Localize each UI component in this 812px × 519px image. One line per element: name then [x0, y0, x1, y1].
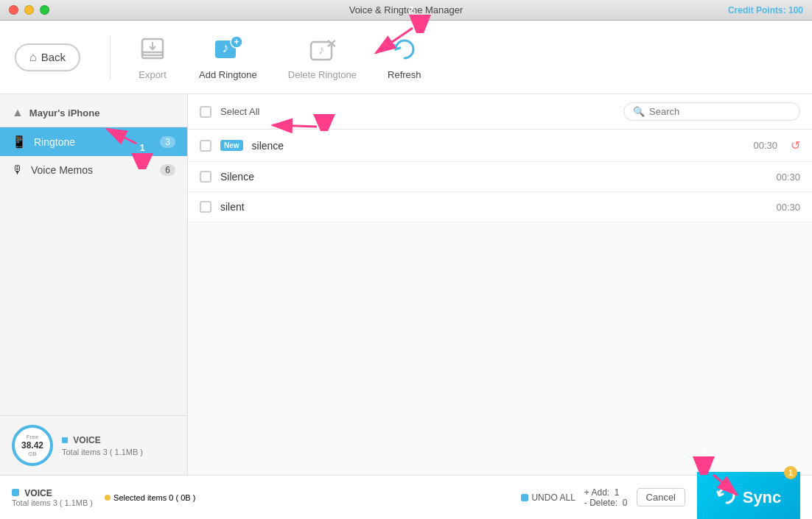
device-header: ▲ Mayur's iPhone [0, 94, 187, 127]
selected-dot-icon [105, 495, 111, 501]
ringtone-icon: 📱 [12, 135, 27, 149]
add-delete-info: + Add: 1 - Delete: 0 [584, 487, 628, 508]
maximize-button[interactable] [40, 5, 49, 15]
credit-points: Credit Points: 100 [728, 5, 803, 15]
titlebar: Voice & Ringtone Manager Credit Points: … [0, 0, 812, 21]
search-box: 🔍 [623, 102, 800, 121]
delete-ringtone-icon: ♪ [307, 34, 337, 65]
sync-button[interactable]: 1 Sync [697, 472, 800, 520]
list-item: Silence 00:30 [188, 162, 812, 192]
export-icon [137, 34, 168, 65]
voice-square-icon [12, 489, 19, 496]
storage-bottom-info: VOICE Total items 3 ( 1.1MB ) [12, 488, 93, 507]
main-panel: Select All 🔍 New silence 00:30 ↺ [188, 94, 812, 475]
sidebar-item-ringtone[interactable]: 📱 Ringtone 3 [0, 127, 187, 156]
device-name: Mayur's iPhone [29, 107, 100, 119]
select-all-label[interactable]: Select All [220, 106, 259, 117]
svg-text:♪: ♪ [318, 43, 324, 56]
back-icon: ⌂ [29, 51, 37, 64]
undo-all-button[interactable]: UNDO ALL [521, 492, 575, 503]
sidebar: ▲ Mayur's iPhone 📱 Ringtone 3 🎙 Voice Me… [0, 94, 188, 475]
refresh-icon [389, 34, 420, 65]
item-checkbox-1[interactable] [200, 171, 211, 183]
list-content: New silence 00:30 ↺ Silence 00:30 silent… [188, 130, 812, 475]
svg-text:♪: ♪ [223, 40, 229, 55]
app-body: ⌂ Back Export ♪ + [0, 21, 812, 519]
item-checkbox-2[interactable] [200, 201, 211, 213]
search-icon: 🔍 [633, 106, 645, 117]
sidebar-item-voice-memos[interactable]: 🎙 Voice Memos 6 [0, 156, 187, 184]
toolbar-divider [110, 35, 111, 80]
device-icon: ▲ [12, 106, 24, 119]
list-item: New silence 00:30 ↺ [188, 130, 812, 162]
cancel-button[interactable]: Cancel [637, 488, 685, 506]
bottom-bar: VOICE Total items 3 ( 1.1MB ) Selected i… [0, 475, 812, 519]
list-item: silent 00:30 [188, 192, 812, 222]
item-checkbox-0[interactable] [200, 140, 211, 152]
sync-badge: 1 [784, 466, 797, 479]
back-button[interactable]: ⌂ Back [15, 43, 80, 71]
toolbar: ⌂ Back Export ♪ + [0, 21, 812, 94]
minimize-button[interactable] [24, 5, 34, 15]
content-area: ▲ Mayur's iPhone 📱 Ringtone 3 🎙 Voice Me… [0, 94, 812, 475]
delete-ringtone-button[interactable]: ♪ Delete Ringtone [276, 28, 368, 86]
selected-info: Selected items 0 ( 0B ) [105, 493, 195, 502]
undo-square-icon [521, 494, 528, 501]
app-title: Voice & Ringtone Manager [349, 4, 463, 15]
storage-circle: Free 38.42 GB [12, 425, 53, 466]
replay-icon[interactable]: ↺ [791, 138, 800, 152]
voice-memos-icon: 🎙 [12, 163, 24, 177]
add-ringtone-button[interactable]: ♪ + Add Ringtone [187, 28, 269, 86]
svg-text:+: + [234, 37, 239, 47]
sync-icon [716, 485, 737, 510]
export-button[interactable]: Export [125, 28, 180, 86]
select-all-checkbox[interactable] [200, 106, 211, 118]
storage-info: VOICE Total items 3 ( 1.1MB ) [62, 435, 143, 456]
refresh-button[interactable]: Refresh [376, 28, 433, 86]
search-input[interactable] [649, 106, 791, 117]
close-button[interactable] [9, 5, 18, 15]
add-ringtone-icon: ♪ + [212, 34, 243, 65]
new-badge: New [220, 140, 243, 151]
voice-dot [62, 437, 68, 443]
window-controls [9, 5, 49, 15]
sidebar-footer: Free 38.42 GB VOICE Total items 3 ( 1.1M… [0, 415, 187, 475]
list-toolbar: Select All 🔍 [188, 94, 812, 130]
